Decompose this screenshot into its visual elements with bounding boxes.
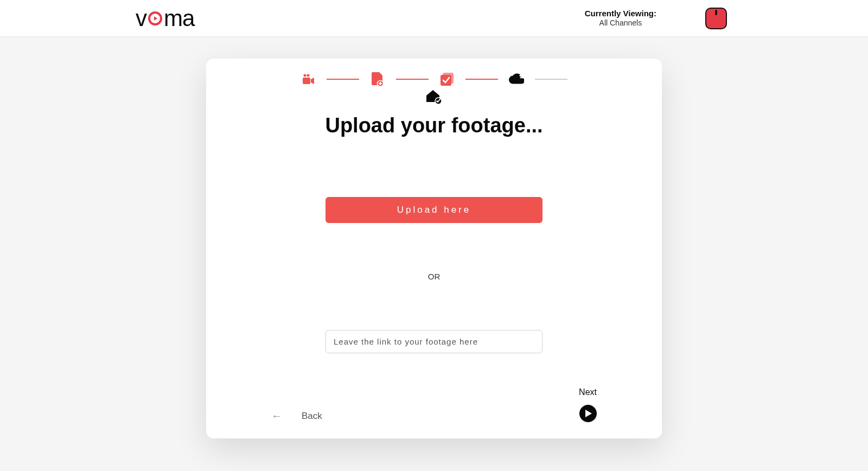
home-check-icon	[239, 90, 629, 104]
next-label: Next	[579, 387, 597, 397]
viewing-label: Currently Viewing:	[585, 9, 656, 18]
upload-button[interactable]: Upload here	[326, 197, 542, 223]
viewing-value: All Channels	[585, 18, 656, 28]
step-connector	[465, 79, 498, 80]
page-title: Upload your footage...	[239, 114, 629, 137]
stepper	[239, 72, 629, 87]
svg-point-2	[304, 74, 307, 77]
video-camera-icon	[301, 72, 316, 87]
back-button[interactable]: ← Back	[271, 410, 322, 422]
logo[interactable]: v ma	[136, 5, 194, 31]
next-button[interactable]: Next	[579, 387, 597, 422]
play-icon	[579, 405, 597, 422]
logo-text-after: ma	[164, 5, 194, 31]
svg-point-3	[307, 74, 310, 77]
upload-card: Upload your footage... Upload here OR ← …	[206, 59, 662, 438]
back-label: Back	[302, 411, 322, 422]
nav-footer: ← Back Next	[206, 387, 662, 422]
step-connector	[396, 79, 429, 80]
or-separator: OR	[239, 272, 629, 281]
avatar[interactable]	[705, 8, 727, 29]
check-box-icon	[439, 72, 455, 87]
app-header: v ma Currently Viewing: All Channels	[0, 0, 868, 37]
viewing-selector[interactable]: Currently Viewing: All Channels	[585, 9, 656, 28]
cloud-upload-icon	[509, 72, 524, 87]
footage-link-input[interactable]	[326, 330, 542, 353]
svg-rect-4	[303, 78, 310, 84]
play-circle-icon	[148, 11, 163, 26]
svg-rect-7	[441, 75, 451, 86]
step-connector	[327, 79, 359, 80]
arrow-left-icon: ←	[271, 410, 282, 422]
file-plus-icon	[370, 72, 385, 87]
step-connector	[535, 79, 567, 80]
logo-text-before: v	[136, 5, 146, 31]
